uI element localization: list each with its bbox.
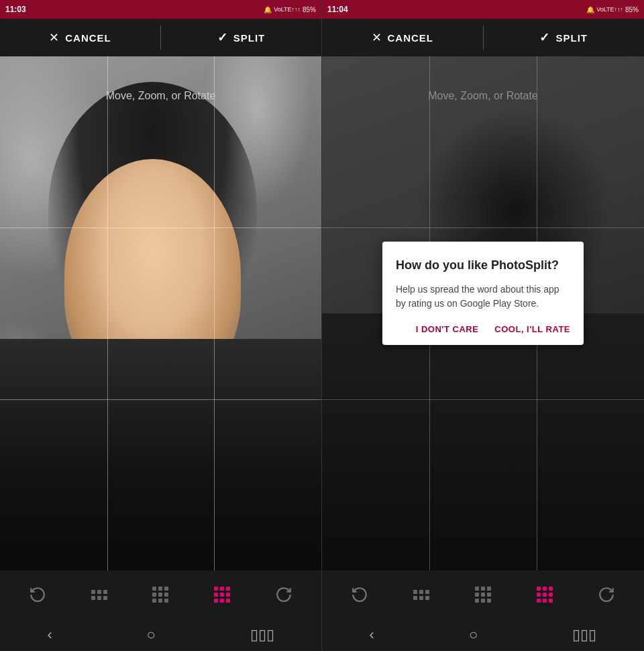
left-bottom-toolbar	[0, 570, 321, 619]
right-grid-3x3-icon	[475, 587, 491, 603]
battery-icon: 85%	[303, 6, 316, 13]
right-dialog-overlay: How do you like PhotoSplit? Help us spre…	[322, 56, 644, 570]
right-grid-2x3-button[interactable]	[407, 580, 436, 609]
right-status-icons: 🔔 VoLTE↑↑↑ 85%	[586, 6, 639, 13]
left-cancel-label: CANCEL	[65, 32, 111, 44]
left-cancel-x-icon: ✕	[49, 30, 60, 45]
left-nav-recents-icon[interactable]: ▯▯▯	[250, 626, 274, 644]
right-grid-3x3-button[interactable]	[468, 580, 498, 609]
left-status-icons: 🔔 VoLTE↑↑↑ 85%	[264, 6, 316, 13]
left-app-header: ✕ CANCEL ✓ SPLIT	[0, 19, 321, 56]
right-nav-back-icon[interactable]: ‹	[370, 626, 374, 644]
left-status-bar: 11:03 🔔 VoLTE↑↑↑ 85%	[0, 0, 321, 19]
right-status-bar: 11:04 🔔 VoLTE↑↑↑ 85%	[322, 0, 644, 19]
left-nav-home-icon[interactable]: ○	[147, 626, 156, 644]
left-nav-back-icon[interactable]: ‹	[47, 626, 52, 644]
left-grid-3x3-button[interactable]	[146, 580, 175, 609]
right-dialog-actions: I DON'T CARE COOL, I'LL RATE	[396, 324, 570, 334]
right-dialog-rate-button[interactable]: COOL, I'LL RATE	[494, 324, 570, 334]
left-grid-2x3-button[interactable]	[85, 580, 114, 609]
right-grid-2x3-icon	[413, 590, 429, 600]
right-split-check-icon: ✓	[539, 30, 550, 45]
right-cancel-button[interactable]: ✕ CANCEL	[322, 19, 483, 56]
left-rotate-ccw-button[interactable]	[23, 580, 52, 609]
right-dialog-dismiss-button[interactable]: I DON'T CARE	[416, 324, 479, 334]
left-grid-3x3-pink-button[interactable]	[207, 580, 237, 609]
right-alarm-icon: 🔔	[586, 6, 594, 13]
right-photo-area: Move, Zoom, or Rotate How do you like Ph…	[322, 56, 644, 570]
left-nav-bar: ‹ ○ ▯▯▯	[0, 619, 321, 651]
right-phone-screen: 11:04 🔔 VoLTE↑↑↑ 85% ✕ CANCEL ✓ SPLIT Mo…	[322, 0, 644, 651]
right-nav-home-icon[interactable]: ○	[469, 626, 478, 644]
right-rotate-cw-button[interactable]	[592, 580, 621, 609]
signal-icon: VoLTE↑↑↑	[274, 6, 301, 13]
right-cancel-x-icon: ✕	[372, 30, 382, 45]
right-bottom-toolbar	[322, 570, 644, 619]
left-cancel-button[interactable]: ✕ CANCEL	[0, 19, 160, 56]
right-app-header: ✕ CANCEL ✓ SPLIT	[322, 19, 644, 56]
right-dialog-body: Help us spread the word about this app b…	[396, 283, 570, 311]
left-rotate-cw-button[interactable]	[269, 580, 299, 609]
right-dialog-title: How do you like PhotoSplit?	[396, 258, 570, 273]
left-grid-3x3-icon	[152, 587, 168, 603]
left-status-time: 11:03	[5, 5, 26, 14]
right-nav-bar: ‹ ○ ▯▯▯	[322, 619, 644, 651]
alarm-icon: 🔔	[264, 6, 272, 13]
left-phone-screen: 11:03 🔔 VoLTE↑↑↑ 85% ✕ CANCEL ✓ SPLIT Mo…	[0, 0, 322, 651]
left-split-check-icon: ✓	[217, 30, 228, 45]
right-rating-dialog: How do you like PhotoSplit? Help us spre…	[382, 242, 584, 345]
right-signal-icon: VoLTE↑↑↑	[596, 6, 623, 13]
right-nav-recents-icon[interactable]: ▯▯▯	[572, 626, 596, 644]
right-grid-3x3-pink-button[interactable]	[530, 580, 559, 609]
right-split-label: SPLIT	[555, 32, 588, 44]
right-cancel-label: CANCEL	[388, 32, 434, 44]
right-split-button[interactable]: ✓ SPLIT	[484, 19, 645, 56]
right-battery-icon: 85%	[625, 6, 639, 13]
right-grid-3x3-pink-icon	[537, 587, 553, 603]
left-photo-area[interactable]: Move, Zoom, or Rotate	[0, 56, 321, 570]
left-split-label: SPLIT	[233, 32, 266, 44]
left-dress	[0, 339, 321, 570]
left-grid-3x3-pink-icon	[214, 587, 230, 603]
left-grid-2x3-icon	[91, 590, 107, 600]
right-rotate-ccw-button[interactable]	[345, 580, 374, 609]
left-split-button[interactable]: ✓ SPLIT	[161, 19, 321, 56]
right-status-time: 11:04	[327, 5, 348, 14]
